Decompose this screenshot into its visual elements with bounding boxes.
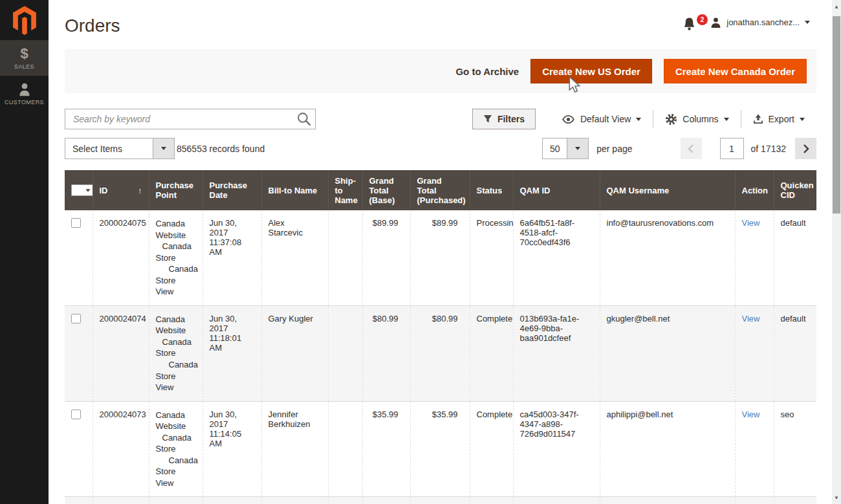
column-header-grand-total-purchased[interactable]: Grand Total (Purchased) [410, 170, 470, 210]
purchase-point-store-view: Canada Store View [156, 455, 196, 489]
search-input[interactable] [65, 109, 316, 129]
select-all-control[interactable] [71, 184, 94, 196]
magento-logo[interactable] [0, 0, 49, 40]
bill-to-name-cell: Gary Kugler [261, 305, 328, 401]
grand-total-base-cell: $39.99 [362, 497, 410, 504]
column-header-qam-username[interactable]: QAM Username [600, 170, 735, 210]
chevron-left-icon [688, 144, 694, 153]
sidebar-item-label: CUSTOMERS [5, 99, 44, 105]
order-id-cell: 2000024074 [93, 305, 149, 401]
purchase-date-cell: Jun 30, 2017 10:48:25 AM [202, 497, 261, 504]
chevron-down-icon [85, 189, 90, 192]
row-checkbox[interactable] [71, 410, 81, 419]
per-page-select[interactable]: 50 [542, 138, 589, 159]
qam-id-cell: 76f2abe6-f066-4433-8463-8fb14cbc92fa [513, 497, 600, 504]
column-header-purchase-point[interactable]: Purchase Point [149, 170, 202, 210]
sidebar-item-sales[interactable]: $ SALES [0, 40, 49, 76]
ship-to-name-cell [328, 401, 362, 497]
filter-icon [483, 115, 492, 124]
columns-label: Columns [683, 114, 718, 124]
user-icon [710, 17, 721, 28]
qam-id-cell: 013b693a-fa1e-4e69-9bba-baa901dcfeef [513, 305, 600, 401]
select-items-label: Select Items [65, 138, 153, 159]
gear-icon [665, 113, 677, 126]
bill-to-name-cell: Jennifer Berkhuizen [261, 401, 328, 497]
filters-label: Filters [497, 114, 525, 124]
column-header-ship-to[interactable]: Ship-to Name [328, 170, 362, 210]
bill-to-name-cell: Jessica Noel [261, 497, 328, 504]
quicken-cid-cell: default [774, 210, 816, 305]
view-link[interactable]: View [742, 218, 760, 228]
create-new-us-order-button[interactable]: Create New US Order [530, 59, 652, 83]
table-row: 2000024073 Canada Website Canada Store C… [65, 401, 816, 497]
scrollbar-thumb[interactable] [833, 16, 840, 214]
customers-icon [17, 82, 32, 96]
notifications-button[interactable]: 2 [683, 17, 703, 34]
qam-id-cell: ca45d003-347f-4347-a898-726d9d011547 [513, 401, 600, 497]
table-row: 2000024072 Canada Website Canada Store C… [65, 497, 816, 504]
search-icon [296, 111, 311, 126]
column-header-quicken-cid[interactable]: Quicken CID [774, 170, 816, 210]
purchase-point-website: Canada Website [156, 314, 196, 336]
admin-user-menu[interactable]: jonathan.sanchez... [710, 17, 810, 28]
sidebar: $ SALES CUSTOMERS [0, 0, 49, 504]
export-label: Export [769, 114, 794, 124]
export-icon [753, 114, 763, 124]
sidebar-item-customers[interactable]: CUSTOMERS [0, 76, 49, 111]
grand-total-purchased-cell: $35.99 [410, 401, 470, 497]
row-checkbox[interactable] [71, 314, 81, 323]
quicken-cid-cell: default [774, 305, 816, 401]
column-header-qam-id[interactable]: QAM ID [513, 170, 600, 210]
export-dropdown[interactable]: Export [741, 114, 816, 124]
create-new-canada-order-button[interactable]: Create New Canada Order [664, 59, 807, 83]
sales-icon: $ [20, 47, 28, 61]
view-link[interactable]: View [742, 410, 760, 419]
chevron-down-icon [800, 118, 805, 121]
column-header-grand-total-base[interactable]: Grand Total (Base) [362, 170, 410, 210]
view-link[interactable]: View [742, 314, 760, 323]
column-header-id[interactable]: ID ↑ [93, 170, 149, 210]
filters-button[interactable]: Filters [472, 109, 536, 129]
select-all-checkbox[interactable] [72, 185, 85, 195]
status-cell: Processing [470, 210, 513, 305]
qam-username-cell: info@taurusrenovations.com [600, 210, 735, 305]
purchase-point-cell: Canada Website Canada Store Canada Store… [149, 305, 202, 401]
columns-dropdown[interactable]: Columns [653, 113, 740, 126]
purchase-point-store-view: Canada Store View [156, 359, 196, 393]
scrollbar[interactable]: ▲ ▼ [832, 0, 841, 504]
row-checkbox[interactable] [71, 218, 81, 228]
previous-page-button[interactable] [681, 138, 702, 159]
notification-badge: 2 [697, 14, 708, 25]
purchase-point-website: Canada Website [156, 218, 196, 241]
default-view-dropdown[interactable]: Default View [550, 114, 653, 124]
ship-to-name-cell [328, 497, 362, 504]
select-items-dropdown[interactable]: Select Items [65, 138, 175, 159]
purchase-point-cell: Canada Website Canada Store Canada Store… [149, 497, 202, 504]
ship-to-name-cell [328, 210, 362, 305]
status-cell: Complete [470, 305, 513, 401]
page-total-label: of 17132 [751, 144, 787, 154]
purchase-date-cell: Jun 30, 2017 11:14:05 AM [202, 401, 261, 497]
scrollbar-down-arrow[interactable]: ▼ [832, 492, 841, 503]
column-header-bill-to[interactable]: Bill-to Name [261, 170, 328, 210]
search-submit-button[interactable] [295, 111, 312, 127]
page-number-input[interactable] [720, 138, 744, 159]
scrollbar-up-arrow[interactable]: ▲ [832, 1, 841, 12]
keyword-search [65, 109, 316, 129]
admin-username: jonathan.sanchez... [726, 17, 800, 27]
chevron-down-icon [805, 21, 810, 24]
pagination: 50 per page of 17132 [542, 138, 816, 159]
grand-total-base-cell: $35.99 [362, 401, 410, 497]
next-page-button[interactable] [795, 138, 816, 159]
column-header-status[interactable]: Status [470, 170, 513, 210]
default-view-label: Default View [580, 114, 631, 124]
bill-to-name-cell: Alex Starcevic [261, 210, 328, 305]
column-header-purchase-date[interactable]: Purchase Date [202, 170, 261, 210]
chevron-right-icon [803, 144, 809, 153]
grand-total-purchased-cell: $39.99 [410, 497, 470, 504]
grand-total-purchased-cell: $80.99 [410, 305, 470, 401]
bell-icon [683, 17, 695, 31]
go-to-archive-button[interactable]: Go to Archive [455, 66, 519, 77]
sort-ascending-icon: ↑ [138, 186, 142, 195]
purchase-point-store: Canada Store [156, 241, 196, 263]
